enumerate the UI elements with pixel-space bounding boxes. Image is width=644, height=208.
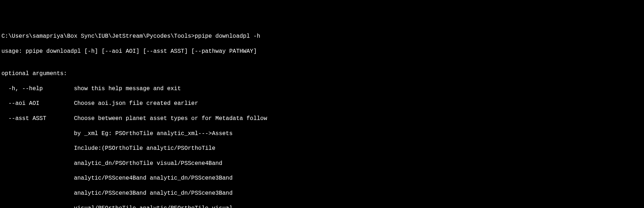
terminal-output: analytic/PSScene3Band analytic_dn/PSScen… — [1, 190, 643, 197]
terminal-line[interactable]: C:\Users\samapriya\Box Sync\IUB\JetStrea… — [1, 33, 643, 40]
terminal-output: by _xml Eg: PSOrthoTile analytic_xml--->… — [1, 130, 643, 138]
terminal-output: optional arguments: — [1, 70, 643, 78]
terminal-output: -h, --help show this help message and ex… — [1, 85, 643, 93]
terminal-output: analytic/PSScene4Band analytic_dn/PSScen… — [1, 175, 643, 182]
command: ppipe downloadpl -h — [195, 33, 260, 40]
prompt: C:\Users\samapriya\Box Sync\IUB\JetStrea… — [1, 33, 195, 40]
terminal-output: analytic_dn/PSOrthoTile visual/PSScene4B… — [1, 160, 643, 167]
terminal-output: --aoi AOI Choose aoi.json file created e… — [1, 100, 643, 107]
terminal-output: --asst ASST Choose between planet asset … — [1, 115, 643, 123]
terminal-output: Include:(PSOrthoTile analytic/PSOrthoTil… — [1, 145, 643, 152]
terminal-output: usage: ppipe downloadpl [-h] [--aoi AOI]… — [1, 48, 643, 55]
terminal-output: visual/REOrthoTile analytic/REOrthoTile … — [1, 205, 643, 208]
